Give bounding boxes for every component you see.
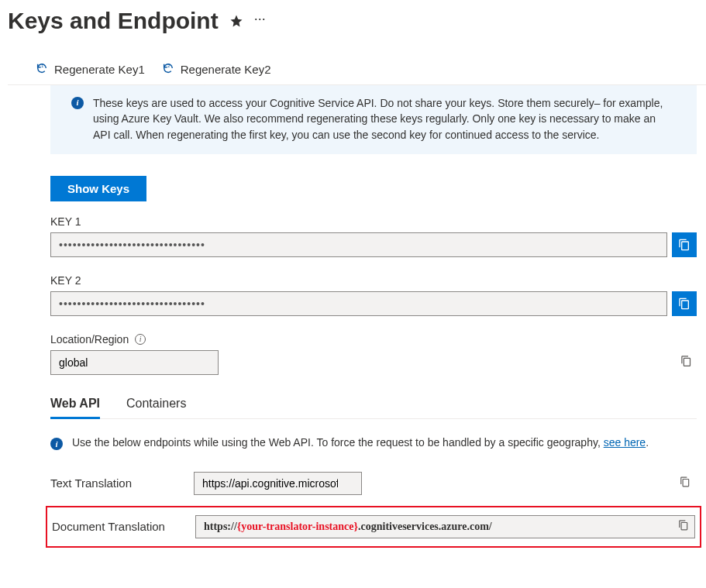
copy-document-translation-button[interactable] [678,520,689,534]
copy-icon [678,239,691,251]
key2-label: KEY 2 [50,274,697,287]
document-translation-label: Document Translation [52,520,180,533]
copy-key2-button[interactable] [672,291,697,316]
key1-input[interactable] [50,232,667,257]
regenerate-key1-label: Regenerate Key1 [54,63,145,76]
page-header: Keys and Endpoint ··· [8,8,706,34]
svg-text:2: 2 [167,64,170,68]
location-label-row: Location/Region i [50,333,697,346]
copy-icon [680,355,692,366]
copy-text-translation-button[interactable] [680,476,691,490]
web-api-info-text: Use the below endpoints while using the … [72,436,649,450]
info-icon[interactable]: i [135,334,146,345]
info-banner: i These keys are used to access your Cog… [50,85,697,154]
key1-label: KEY 1 [50,215,697,228]
see-here-link[interactable]: see here [604,436,646,449]
regenerate-key1-button[interactable]: 1 Regenerate Key1 [36,62,145,77]
favorite-star-icon[interactable] [229,14,243,28]
tab-containers[interactable]: Containers [126,397,186,418]
text-translation-label: Text Translation [50,476,178,490]
info-banner-text: These keys are used to access your Cogni… [93,95,665,143]
info-icon: i [50,438,63,450]
location-label: Location/Region [50,333,129,346]
copy-key1-button[interactable] [672,232,697,257]
more-menu-icon[interactable]: ··· [254,11,266,27]
location-input[interactable] [50,350,219,375]
tab-web-api[interactable]: Web API [50,397,100,418]
page-title: Keys and Endpoint [8,8,219,34]
text-translation-row: Text Translation [50,472,697,495]
info-icon: i [71,97,84,109]
refresh-icon: 2 [162,62,174,77]
refresh-icon: 1 [36,62,48,77]
copy-icon [680,476,691,487]
regenerate-key2-label: Regenerate Key2 [181,63,271,76]
document-translation-row: Document Translation https://{your-trans… [52,515,695,538]
command-bar: 1 Regenerate Key1 2 Regenerate Key2 [8,62,706,85]
document-translation-input[interactable]: https://{your-translator-instance}.cogni… [195,515,695,538]
regenerate-key2-button[interactable]: 2 Regenerate Key2 [162,62,271,77]
web-api-info: i Use the below endpoints while using th… [50,436,697,450]
document-translation-highlight: Document Translation https://{your-trans… [46,506,701,548]
tabstrip: Web API Containers [50,397,697,419]
text-translation-input[interactable] [194,472,362,495]
copy-location-button[interactable] [680,355,692,370]
svg-text:1: 1 [41,64,43,68]
copy-icon [678,520,689,531]
show-keys-button[interactable]: Show Keys [50,176,146,201]
copy-icon [678,297,691,310]
key2-input[interactable] [50,291,667,316]
